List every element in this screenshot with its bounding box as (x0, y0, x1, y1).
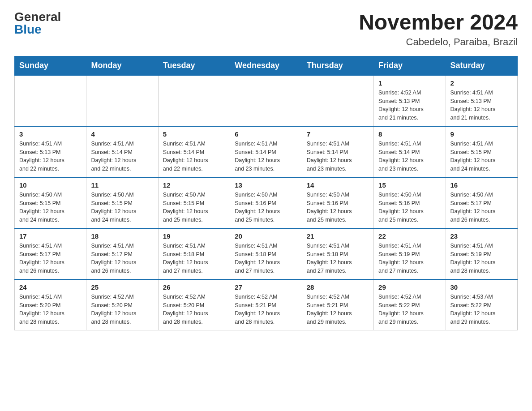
day-info: Sunrise: 4:50 AMSunset: 5:16 PMDaylight:… (307, 191, 369, 224)
calendar-cell: 4Sunrise: 4:51 AMSunset: 5:14 PMDaylight… (86, 126, 158, 177)
day-number: 22 (378, 232, 441, 240)
calendar-cell: 6Sunrise: 4:51 AMSunset: 5:14 PMDaylight… (230, 126, 302, 177)
calendar-cell: 18Sunrise: 4:51 AMSunset: 5:17 PMDayligh… (86, 228, 158, 279)
day-info: Sunrise: 4:51 AMSunset: 5:15 PMDaylight:… (450, 140, 513, 173)
calendar-cell: 30Sunrise: 4:53 AMSunset: 5:22 PMDayligh… (446, 279, 517, 330)
logo: General Blue (14, 11, 61, 36)
day-number: 29 (378, 283, 441, 291)
calendar-cell (230, 75, 302, 126)
day-info: Sunrise: 4:51 AMSunset: 5:17 PMDaylight:… (19, 242, 82, 275)
day-info: Sunrise: 4:51 AMSunset: 5:13 PMDaylight:… (19, 140, 82, 173)
calendar-week-row: 24Sunrise: 4:51 AMSunset: 5:20 PMDayligh… (15, 279, 518, 330)
calendar-header-sunday: Sunday (15, 56, 86, 75)
day-number: 24 (19, 283, 82, 291)
calendar-cell (158, 75, 230, 126)
calendar-header-thursday: Thursday (302, 56, 373, 75)
day-info: Sunrise: 4:52 AMSunset: 5:20 PMDaylight:… (91, 293, 153, 326)
calendar-cell: 11Sunrise: 4:50 AMSunset: 5:15 PMDayligh… (86, 177, 158, 228)
calendar-cell: 13Sunrise: 4:50 AMSunset: 5:16 PMDayligh… (230, 177, 302, 228)
calendar-cell: 7Sunrise: 4:51 AMSunset: 5:14 PMDaylight… (302, 126, 373, 177)
day-number: 27 (235, 283, 297, 291)
day-number: 10 (19, 181, 82, 189)
calendar-table: SundayMondayTuesdayWednesdayThursdayFrid… (14, 56, 518, 330)
day-info: Sunrise: 4:51 AMSunset: 5:13 PMDaylight:… (450, 89, 513, 122)
calendar-cell (15, 75, 86, 126)
day-info: Sunrise: 4:51 AMSunset: 5:18 PMDaylight:… (235, 242, 297, 275)
calendar-cell (302, 75, 373, 126)
day-number: 1 (378, 79, 441, 87)
day-number: 15 (378, 181, 441, 189)
calendar-cell: 24Sunrise: 4:51 AMSunset: 5:20 PMDayligh… (15, 279, 86, 330)
day-info: Sunrise: 4:50 AMSunset: 5:17 PMDaylight:… (450, 191, 513, 224)
day-number: 23 (450, 232, 513, 240)
calendar-header-friday: Friday (374, 56, 446, 75)
day-number: 2 (450, 79, 513, 87)
calendar-cell: 14Sunrise: 4:50 AMSunset: 5:16 PMDayligh… (302, 177, 373, 228)
calendar-week-row: 3Sunrise: 4:51 AMSunset: 5:13 PMDaylight… (15, 126, 518, 177)
day-info: Sunrise: 4:51 AMSunset: 5:19 PMDaylight:… (378, 242, 441, 275)
day-number: 11 (91, 181, 153, 189)
day-info: Sunrise: 4:51 AMSunset: 5:14 PMDaylight:… (235, 140, 297, 173)
logo-blue-text: Blue (14, 23, 42, 36)
calendar-cell: 3Sunrise: 4:51 AMSunset: 5:13 PMDaylight… (15, 126, 86, 177)
calendar-cell: 26Sunrise: 4:52 AMSunset: 5:20 PMDayligh… (158, 279, 230, 330)
calendar-cell: 21Sunrise: 4:51 AMSunset: 5:18 PMDayligh… (302, 228, 373, 279)
calendar-cell: 8Sunrise: 4:51 AMSunset: 5:14 PMDaylight… (374, 126, 446, 177)
day-info: Sunrise: 4:51 AMSunset: 5:14 PMDaylight:… (163, 140, 225, 173)
calendar-cell: 17Sunrise: 4:51 AMSunset: 5:17 PMDayligh… (15, 228, 86, 279)
day-info: Sunrise: 4:50 AMSunset: 5:16 PMDaylight:… (235, 191, 297, 224)
day-number: 26 (163, 283, 225, 291)
day-number: 30 (450, 283, 513, 291)
day-info: Sunrise: 4:52 AMSunset: 5:13 PMDaylight:… (378, 89, 441, 122)
day-number: 8 (378, 130, 441, 138)
day-number: 20 (235, 232, 297, 240)
day-number: 12 (163, 181, 225, 189)
day-info: Sunrise: 4:50 AMSunset: 5:15 PMDaylight:… (91, 191, 153, 224)
calendar-cell: 5Sunrise: 4:51 AMSunset: 5:14 PMDaylight… (158, 126, 230, 177)
day-info: Sunrise: 4:51 AMSunset: 5:14 PMDaylight:… (307, 140, 369, 173)
day-info: Sunrise: 4:52 AMSunset: 5:22 PMDaylight:… (378, 293, 441, 326)
calendar-cell (86, 75, 158, 126)
calendar-cell: 22Sunrise: 4:51 AMSunset: 5:19 PMDayligh… (374, 228, 446, 279)
day-number: 6 (235, 130, 297, 138)
day-number: 18 (91, 232, 153, 240)
calendar-cell: 29Sunrise: 4:52 AMSunset: 5:22 PMDayligh… (374, 279, 446, 330)
day-number: 5 (163, 130, 225, 138)
calendar-cell: 20Sunrise: 4:51 AMSunset: 5:18 PMDayligh… (230, 228, 302, 279)
day-info: Sunrise: 4:51 AMSunset: 5:19 PMDaylight:… (450, 242, 513, 275)
day-info: Sunrise: 4:51 AMSunset: 5:14 PMDaylight:… (378, 140, 441, 173)
calendar-cell: 2Sunrise: 4:51 AMSunset: 5:13 PMDaylight… (446, 75, 517, 126)
day-info: Sunrise: 4:50 AMSunset: 5:15 PMDaylight:… (163, 191, 225, 224)
calendar-cell: 1Sunrise: 4:52 AMSunset: 5:13 PMDaylight… (374, 75, 446, 126)
calendar-cell: 15Sunrise: 4:50 AMSunset: 5:16 PMDayligh… (374, 177, 446, 228)
calendar-cell: 23Sunrise: 4:51 AMSunset: 5:19 PMDayligh… (446, 228, 517, 279)
calendar-week-row: 1Sunrise: 4:52 AMSunset: 5:13 PMDaylight… (15, 75, 518, 126)
calendar-cell: 10Sunrise: 4:50 AMSunset: 5:15 PMDayligh… (15, 177, 86, 228)
calendar-week-row: 17Sunrise: 4:51 AMSunset: 5:17 PMDayligh… (15, 228, 518, 279)
title-section: November 2024 Cabedelo, Paraiba, Brazil (359, 11, 518, 48)
location-text: Cabedelo, Paraiba, Brazil (359, 36, 518, 48)
day-info: Sunrise: 4:51 AMSunset: 5:17 PMDaylight:… (91, 242, 153, 275)
calendar-cell: 12Sunrise: 4:50 AMSunset: 5:15 PMDayligh… (158, 177, 230, 228)
page-header: General Blue November 2024 Cabedelo, Par… (14, 11, 518, 48)
calendar-cell: 25Sunrise: 4:52 AMSunset: 5:20 PMDayligh… (86, 279, 158, 330)
calendar-cell: 28Sunrise: 4:52 AMSunset: 5:21 PMDayligh… (302, 279, 373, 330)
day-number: 14 (307, 181, 369, 189)
calendar-cell: 27Sunrise: 4:52 AMSunset: 5:21 PMDayligh… (230, 279, 302, 330)
day-info: Sunrise: 4:51 AMSunset: 5:20 PMDaylight:… (19, 293, 82, 326)
day-number: 16 (450, 181, 513, 189)
calendar-header-row: SundayMondayTuesdayWednesdayThursdayFrid… (15, 56, 518, 75)
day-info: Sunrise: 4:52 AMSunset: 5:21 PMDaylight:… (307, 293, 369, 326)
day-info: Sunrise: 4:51 AMSunset: 5:18 PMDaylight:… (307, 242, 369, 275)
calendar-week-row: 10Sunrise: 4:50 AMSunset: 5:15 PMDayligh… (15, 177, 518, 228)
calendar-header-saturday: Saturday (446, 56, 517, 75)
logo-general-text: General (14, 11, 61, 23)
calendar-header-monday: Monday (86, 56, 158, 75)
calendar-cell: 16Sunrise: 4:50 AMSunset: 5:17 PMDayligh… (446, 177, 517, 228)
calendar-header-wednesday: Wednesday (230, 56, 302, 75)
calendar-cell: 9Sunrise: 4:51 AMSunset: 5:15 PMDaylight… (446, 126, 517, 177)
day-number: 13 (235, 181, 297, 189)
day-info: Sunrise: 4:51 AMSunset: 5:18 PMDaylight:… (163, 242, 225, 275)
day-number: 19 (163, 232, 225, 240)
day-number: 21 (307, 232, 369, 240)
